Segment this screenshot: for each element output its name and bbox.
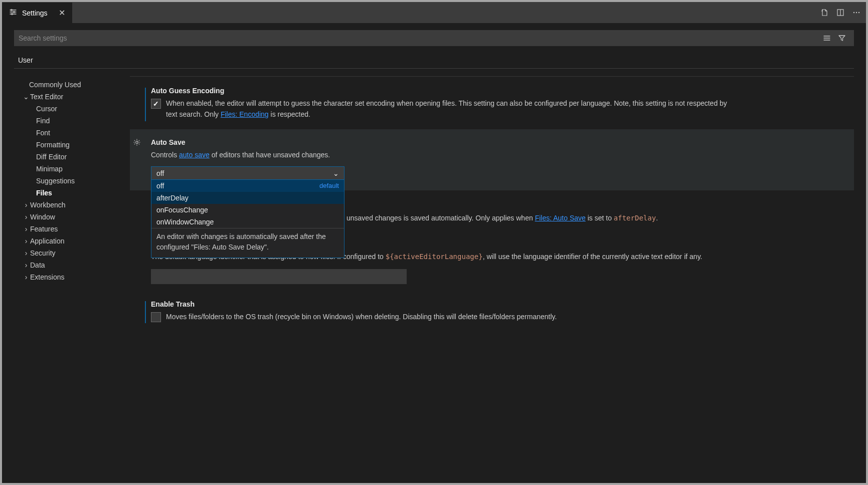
setting-enable-trash: Enable Trash Moves files/folders to the … bbox=[130, 293, 854, 331]
sidebar-item-commonly-used[interactable]: Commonly Used bbox=[14, 79, 129, 91]
chevron-right-icon: › bbox=[23, 273, 29, 281]
search-settings-input[interactable] bbox=[19, 34, 821, 42]
sidebar-item-security[interactable]: ›Security bbox=[14, 247, 129, 259]
default-tag: default bbox=[319, 182, 339, 190]
auto-save-select[interactable]: off ⌄ bbox=[151, 166, 344, 180]
settings-tab-icon bbox=[9, 8, 17, 18]
files-auto-save-link[interactable]: Files: Auto Save bbox=[535, 214, 586, 222]
setting-description: Controls auto save of editors that have … bbox=[151, 149, 713, 160]
tab-title: Settings bbox=[22, 9, 51, 17]
chevron-right-icon: › bbox=[23, 237, 29, 245]
sidebar-item-extensions[interactable]: ›Extensions bbox=[14, 271, 129, 283]
sidebar-item-application[interactable]: ›Application bbox=[14, 235, 129, 247]
more-actions-button[interactable] bbox=[851, 7, 862, 18]
auto-save-option-off[interactable]: off default bbox=[151, 180, 344, 192]
sidebar-item-workbench[interactable]: ›Workbench bbox=[14, 199, 129, 211]
svg-point-10 bbox=[858, 12, 859, 13]
settings-tab[interactable]: Settings ✕ bbox=[2, 2, 72, 23]
sidebar-item-diff-editor[interactable]: Diff Editor bbox=[14, 151, 129, 163]
search-settings-input-wrap bbox=[14, 30, 854, 46]
setting-description: Moves files/folders to the OS trash (rec… bbox=[166, 311, 557, 322]
chevron-right-icon: › bbox=[23, 261, 29, 269]
svg-point-9 bbox=[856, 12, 857, 13]
chevron-down-icon: ⌄ bbox=[23, 93, 29, 101]
sidebar-item-font[interactable]: Font bbox=[14, 127, 129, 139]
sidebar-item-data[interactable]: ›Data bbox=[14, 259, 129, 271]
svg-point-3 bbox=[11, 10, 13, 11]
chevron-right-icon: › bbox=[23, 201, 29, 209]
sidebar-item-formatting[interactable]: Formatting bbox=[14, 139, 129, 151]
auto-guess-encoding-checkbox[interactable] bbox=[151, 99, 161, 109]
svg-point-4 bbox=[14, 12, 15, 13]
svg-point-14 bbox=[136, 141, 138, 143]
settings-sidebar: Commonly Used ⌄Text Editor Cursor Find F… bbox=[14, 76, 129, 483]
enable-trash-checkbox[interactable] bbox=[151, 312, 161, 322]
auto-save-select-value: off bbox=[156, 169, 164, 177]
setting-description: When enabled, the editor will attempt to… bbox=[166, 98, 728, 120]
chevron-right-icon: › bbox=[23, 249, 29, 257]
scope-tab-user[interactable]: User bbox=[17, 53, 34, 69]
setting-auto-guess-encoding: Auto Guess Encoding When enabled, the ed… bbox=[130, 80, 854, 129]
svg-point-5 bbox=[12, 14, 13, 15]
auto-save-option-after-delay[interactable]: afterDelay bbox=[151, 192, 344, 204]
default-language-input[interactable] bbox=[151, 269, 407, 284]
chevron-down-icon: ⌄ bbox=[333, 169, 339, 177]
chevron-right-icon: › bbox=[23, 213, 29, 221]
split-editor-button[interactable] bbox=[835, 7, 846, 18]
sidebar-item-suggestions[interactable]: Suggestions bbox=[14, 175, 129, 187]
setting-auto-save: Auto Save Controls auto save of editors … bbox=[130, 129, 854, 190]
setting-title: Enable Trash bbox=[151, 300, 840, 308]
filter-settings-button[interactable] bbox=[836, 33, 847, 44]
auto-save-dropdown: off default afterDelay onFocusChange onW… bbox=[151, 179, 344, 258]
clear-search-button[interactable] bbox=[821, 33, 832, 44]
auto-save-option-on-focus-change[interactable]: onFocusChange bbox=[151, 204, 344, 216]
sidebar-item-window[interactable]: ›Window bbox=[14, 211, 129, 223]
close-tab-button[interactable]: ✕ bbox=[56, 8, 68, 18]
setting-title: Auto Guess Encoding bbox=[151, 87, 840, 95]
auto-save-option-description: An editor with changes is automatically … bbox=[151, 228, 344, 258]
settings-panel: Auto Guess Encoding When enabled, the ed… bbox=[129, 76, 854, 483]
auto-save-option-on-window-change[interactable]: onWindowChange bbox=[151, 216, 344, 228]
gear-icon[interactable] bbox=[133, 138, 141, 148]
chevron-right-icon: › bbox=[23, 225, 29, 233]
sidebar-item-cursor[interactable]: Cursor bbox=[14, 103, 129, 115]
svg-point-8 bbox=[853, 12, 854, 13]
sidebar-item-find[interactable]: Find bbox=[14, 115, 129, 127]
auto-save-link[interactable]: auto save bbox=[179, 151, 210, 159]
sidebar-item-features[interactable]: ›Features bbox=[14, 223, 129, 235]
files-encoding-link[interactable]: Files: Encoding bbox=[221, 110, 269, 118]
sidebar-item-text-editor[interactable]: ⌄Text Editor bbox=[14, 91, 129, 103]
sidebar-item-minimap[interactable]: Minimap bbox=[14, 163, 129, 175]
open-settings-json-button[interactable] bbox=[819, 7, 830, 18]
titlebar: Settings ✕ bbox=[2, 2, 866, 23]
sidebar-item-files[interactable]: Files bbox=[14, 187, 129, 199]
setting-title: Auto Save bbox=[151, 138, 840, 146]
